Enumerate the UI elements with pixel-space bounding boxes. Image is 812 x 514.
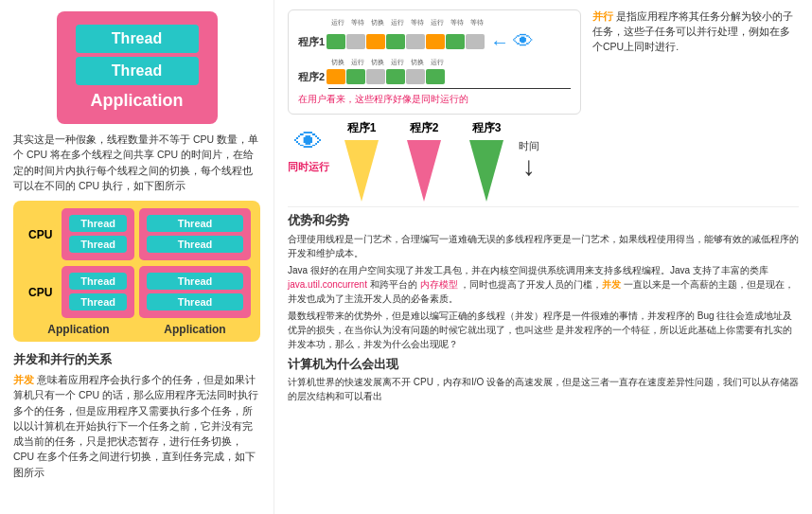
eye-icon-1: 👁 (513, 29, 534, 54)
app-label-right: Application (139, 323, 251, 336)
eye-simul-col: 👁 同时运行 (288, 120, 329, 174)
divider-1 (288, 206, 799, 207)
prog3-arrow (469, 140, 503, 202)
tl-cut-label-2: 等待 (468, 18, 486, 27)
eye-simul-area: 👁 同时运行 (288, 120, 329, 174)
pros-text-2: Java 很好的在用户空间实现了并发工具包，并在内核空间提供系统调用来支持多线程… (288, 263, 799, 306)
prog1-label: 程序1 (298, 35, 327, 49)
prog1-col: 程序1 (344, 120, 379, 202)
tl2-cut-label-1: 切换 (328, 58, 347, 67)
timeline-note: 在用户看来，这些程序好像是同时运行的 (298, 93, 571, 106)
cpu-app-inner-1: Thread Thread (62, 208, 134, 260)
prog1-cells (327, 34, 485, 49)
java-util-link[interactable]: java.util.concurrent (288, 279, 367, 290)
prog2-arrow (407, 140, 441, 202)
tc-p2-4 (386, 69, 405, 84)
prog1-parallel-label: 程序1 (347, 120, 377, 136)
prog2-cells (327, 69, 445, 84)
tc-p1-3 (366, 34, 385, 49)
cpu-thread-1b: Thread (69, 236, 127, 253)
bingfa-desc: 并发 意味着应用程序会执行多个的任务，但是如果计算机只有一个 CPU 的话，那么… (13, 372, 260, 480)
tl2-run-label3: 运行 (428, 58, 447, 67)
cpu-thread-4b: Thread (147, 293, 243, 310)
parallel-diagram-area: 👁 同时运行 程序1 程序2 程序3 时间 ↓ (288, 120, 799, 202)
bingxing-keyword: 并行 (592, 10, 613, 22)
tc-p1-7 (446, 34, 465, 49)
tc-p2-3 (366, 69, 385, 84)
cpu-thread-4a: Thread (147, 273, 243, 290)
cpu-app-inner-3: Thread Thread (139, 208, 251, 260)
tl2-run-label1: 运行 (348, 58, 367, 67)
tc-p1-5 (406, 34, 425, 49)
concurrency-desc-area: 并行 是指应用程序将其任务分解为较小的子任务，这些子任务可以并行处理，例如在多个… (592, 9, 799, 115)
prog-arrows-area: 程序1 程序2 程序3 (344, 120, 503, 202)
pros-text-1: 合理使用线程是一门艺术，合理编写一道难确无误的多线程程序更是一门艺术，如果线程使… (288, 232, 799, 260)
app-label-left: Application (23, 323, 134, 336)
right-top-area: 运行 等待 切换 运行 等待 运行 等待 等待 程序1 (288, 9, 799, 115)
prog2-col: 程序2 (407, 120, 441, 202)
tl-run-label3: 运行 (428, 18, 447, 27)
bingxing-desc: 并行 是指应用程序将其任务分解为较小的子任务，这些子任务可以并行处理，例如在多个… (592, 9, 799, 54)
tl2-run-label2: 运行 (388, 58, 407, 67)
eye-icon-left: 👁 (294, 126, 323, 158)
app-label-top: Application (72, 91, 203, 111)
tl-cut-label-1: 切换 (368, 18, 387, 27)
prog3-col: 程序3 (469, 120, 503, 202)
concurrency-section-heading: 并发和并行的关系 (13, 351, 260, 368)
concurrency-kw: 并发 (602, 279, 621, 290)
cpu-section: CPU Thread Thread CPU Thread Thread Appl… (13, 201, 260, 342)
why-text: 计算机世界的快速发展离不开 CPU，内存和I/O 设备的高速发展，但是这三者一直… (288, 375, 799, 403)
tl2-cut-label-3: 切换 (408, 58, 427, 67)
right-panel: 运行 等待 切换 运行 等待 运行 等待 等待 程序1 (274, 0, 812, 514)
pros-heading: 优势和劣势 (288, 212, 799, 229)
desc-text: 其实这是一种假象，线程数量并不等于 CPU 数量，单个 CPU 将在多个线程之间… (13, 132, 260, 193)
tl-run-label2: 运行 (388, 18, 407, 27)
timeline-prog2-row: 程序2 (298, 69, 571, 84)
timeline-diagram: 运行 等待 切换 运行 等待 运行 等待 等待 程序1 (288, 9, 581, 115)
tl-wait-label-2: 等待 (408, 18, 427, 27)
thread-button-2: Thread (76, 57, 199, 85)
tc-p1-8 (466, 34, 485, 49)
tc-p1-1 (327, 34, 345, 49)
app-illustration-box: Thread Thread Application (57, 11, 218, 124)
tc-p2-6 (426, 69, 445, 84)
tc-p2-5 (406, 69, 425, 84)
tc-p2-2 (346, 69, 365, 84)
tc-p1-6 (426, 34, 445, 49)
cpu-right-col: Thread Thread Thread Thread Application (139, 208, 251, 336)
tc-p1-4 (386, 34, 405, 49)
cpu-thread-2b: Thread (69, 293, 127, 310)
tl-wait-label-3: 等待 (448, 18, 467, 27)
pros-text-3: 最数线程带来的优势外，但是难以编写正确的多线程（并发）程序是一件很难的事情，并发… (288, 309, 799, 351)
prog1-arrow (344, 140, 379, 202)
cpu-thread-3b: Thread (147, 236, 243, 253)
prog2-parallel-label: 程序2 (410, 120, 439, 136)
memory-model-link[interactable]: 内存模型 (420, 279, 458, 290)
tl2-cut-label-2: 切换 (368, 58, 387, 67)
cpu-label-1: CPU (23, 225, 58, 244)
simul-label: 同时运行 (288, 160, 329, 174)
cpu-thread-1a: Thread (69, 215, 127, 232)
why-heading: 计算机为什么会出现 (288, 356, 799, 373)
cpu-label-2: CPU (23, 283, 58, 302)
tl-wait-label-1: 等待 (348, 18, 367, 27)
cpu-left-col: CPU Thread Thread CPU Thread Thread Appl… (23, 208, 134, 336)
prog2-label: 程序2 (298, 70, 327, 84)
prog3-parallel-label: 程序3 (472, 120, 502, 136)
tl-run-label: 运行 (328, 18, 347, 27)
bingfa-desc-text: 意味着应用程序会执行多个的任务，但是如果计算机只有一个 CPU 的话，那么应用程… (13, 374, 258, 478)
cpu-thread-2a: Thread (69, 273, 127, 290)
timeline-prog1-row: 程序1 ← 👁 (298, 29, 571, 54)
tc-p1-2 (346, 34, 365, 49)
time-axis: 时间 ↓ (519, 120, 539, 180)
cpu-thread-3a: Thread (147, 215, 243, 232)
left-panel: Thread Thread Application 其实这是一种假象，线程数量并… (0, 0, 274, 514)
bingfa-keyword: 并发 (13, 374, 34, 385)
timeline-axis (328, 88, 571, 89)
cpu-app-inner-4: Thread Thread (139, 266, 251, 318)
thread-button-1: Thread (76, 25, 199, 53)
time-arrow-down: ↓ (522, 153, 536, 180)
tc-p2-1 (327, 69, 345, 84)
cpu-app-inner-2: Thread Thread (62, 266, 134, 318)
arrow-right-1: ← (490, 31, 509, 53)
